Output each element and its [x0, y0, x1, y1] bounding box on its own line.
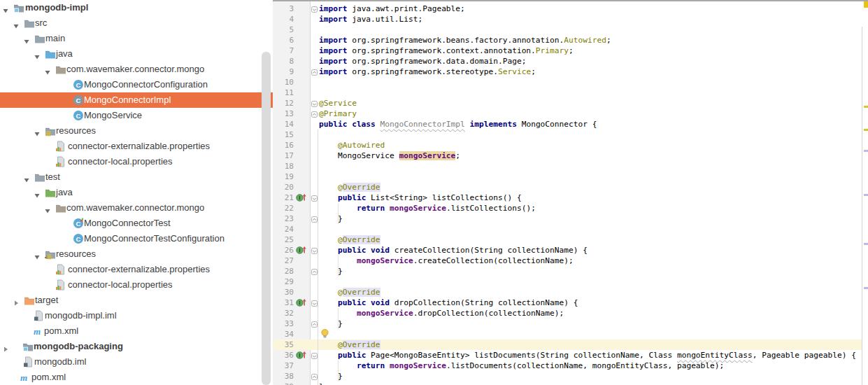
tree-item-mongoservice[interactable]: CMongoService [0, 108, 273, 123]
code-line-26[interactable]: 26 public void createCollection(String c… [273, 245, 862, 255]
expand-arrow-icon[interactable] [34, 50, 41, 57]
expand-arrow-icon[interactable] [23, 35, 30, 42]
code-line-30[interactable]: 30 @Override [273, 287, 862, 298]
collapse-arrow-icon[interactable] [2, 343, 9, 350]
code-line-23[interactable]: 23 } [273, 214, 862, 224]
code-line-29[interactable]: 29 [273, 276, 862, 287]
code-line-19[interactable]: 19 [273, 172, 862, 182]
tree-item-mongoconnectorimpl[interactable]: CMongoConnectorImpl [0, 92, 273, 108]
stripe-warning-mark[interactable] [864, 129, 868, 131]
stripe-usage-mark[interactable] [864, 287, 868, 289]
tree-item-mongodb-impl-iml[interactable]: mongodb-impl.iml [0, 308, 273, 323]
expand-arrow-icon[interactable] [44, 204, 51, 211]
code-line-39[interactable]: 39} [273, 382, 862, 385]
code-line-33[interactable]: 33 } [273, 318, 862, 329]
tree-item-mongoconnectortestconfiguration[interactable]: CMongoConnectorTestConfiguration [0, 231, 273, 246]
stripe-usage-mark[interactable] [864, 243, 868, 245]
fold-start-marker-icon[interactable] [311, 352, 318, 358]
code-line-36[interactable]: 36 public Page<MongoBaseEntity> listDocu… [273, 350, 862, 360]
stripe-usage-mark[interactable] [864, 150, 868, 152]
code-line-24[interactable]: 24 [273, 224, 862, 234]
tree-item-com-wavemaker-connector-mongo[interactable]: com.wavemaker.connector.mongo [0, 200, 273, 216]
code-line-9[interactable]: 9import org.springframework.stereotype.S… [273, 66, 862, 77]
tree-item-connector-externalizable-properties[interactable]: connector-externalizable.properties [0, 262, 273, 277]
code-line-38[interactable]: 38 } [273, 371, 862, 382]
code-line-7[interactable]: 7import org.springframework.context.anno… [273, 46, 862, 56]
tree-item-mongodb-impl[interactable]: mongodb-impl [0, 0, 273, 15]
fold-end-marker-icon[interactable] [311, 216, 318, 222]
fold-start-marker-icon[interactable] [311, 6, 318, 12]
code-line-32[interactable]: 32 mongoService.dropCollection(collectio… [273, 308, 862, 318]
tree-item-connector-local-properties[interactable]: connector-local.properties [0, 154, 273, 169]
code-line-18[interactable]: 18 [273, 161, 862, 172]
tree-item-mongoconnectortest[interactable]: CMongoConnectorTest [0, 216, 273, 231]
tree-item-test[interactable]: test [0, 169, 273, 185]
tree-item-pom-xml[interactable]: mpom.xml [0, 323, 273, 339]
error-stripe[interactable] [862, 27, 868, 385]
expand-arrow-icon[interactable] [23, 174, 30, 181]
code-line-31[interactable]: 31 public void dropCollection(String col… [273, 298, 862, 308]
fold-start-marker-icon[interactable] [311, 247, 318, 253]
fold-end-marker-icon[interactable] [311, 268, 318, 274]
code-line-22[interactable]: 22 return mongoService.listCollections()… [273, 203, 862, 214]
tree-item-main[interactable]: main [0, 31, 273, 46]
code-line-16[interactable]: 16 @Autowired [273, 140, 862, 150]
tree-scrollbar[interactable] [262, 52, 271, 385]
implements-method-gutter-icon[interactable] [296, 298, 307, 307]
code-line-8[interactable]: 8import org.springframework.data.domain.… [273, 56, 862, 66]
tree-item-mongodb-iml[interactable]: mongodb.iml [0, 354, 273, 370]
code-line-13[interactable]: 13@Primary [273, 108, 862, 119]
code-line-27[interactable]: 27 mongoService.createCollection(collect… [273, 255, 862, 266]
code-line-3[interactable]: 3import java.awt.print.Pageable; [273, 4, 862, 14]
expand-arrow-icon[interactable] [13, 20, 20, 27]
code-line-28[interactable]: 28 } [273, 266, 862, 276]
code-line-25[interactable]: 25 @Override [273, 234, 862, 245]
code-line-6[interactable]: 6import org.springframework.beans.factor… [273, 35, 862, 46]
expand-arrow-icon[interactable] [2, 4, 9, 11]
code-line-37[interactable]: 37 return mongoService.listDocuments(col… [273, 360, 862, 371]
tree-item-mongoconnectorconfiguration[interactable]: CMongoConnectorConfiguration [0, 77, 273, 92]
code-line-10[interactable]: 10 [273, 77, 862, 88]
fold-start-marker-icon[interactable] [311, 195, 318, 201]
expand-arrow-icon[interactable] [44, 66, 51, 73]
code-line-17[interactable]: 17 MongoService mongoService; [273, 150, 862, 161]
implements-method-gutter-icon[interactable] [296, 246, 307, 255]
code-line-4[interactable]: 4import java.util.List; [273, 14, 862, 24]
tree-item-java[interactable]: java [0, 185, 273, 200]
code-line-15[interactable]: 15 [273, 130, 862, 140]
tree-item-src[interactable]: src [0, 15, 273, 31]
code-line-14[interactable]: 14public class MongoConnectorImpl implem… [273, 119, 862, 130]
fold-start-marker-icon[interactable] [311, 100, 318, 106]
inspections-indicator-icon[interactable] [864, 1, 868, 8]
tree-item-pom-xml[interactable]: mpom.xml [0, 370, 273, 385]
fold-end-marker-icon[interactable] [311, 321, 318, 327]
code-line-35[interactable]: 35 @Override [273, 340, 862, 350]
expand-arrow-icon[interactable] [34, 127, 41, 134]
tree-item-com-wavemaker-connector-mongo[interactable]: com.wavemaker.connector.mongo [0, 62, 273, 77]
fold-start-marker-icon[interactable] [311, 300, 318, 306]
collapse-arrow-icon[interactable] [13, 297, 20, 304]
code-line-11[interactable]: 11 [273, 88, 862, 98]
stripe-warning-mark[interactable] [864, 106, 868, 108]
expand-arrow-icon[interactable] [34, 251, 41, 258]
tree-item-java[interactable]: java [0, 46, 273, 62]
tree-item-resources[interactable]: resources [0, 246, 273, 262]
code-line-21[interactable]: 21 public List<String> listCollections()… [273, 192, 862, 203]
intention-bulb-icon[interactable] [320, 329, 329, 339]
tree-item-target[interactable]: target [0, 293, 273, 308]
implements-method-gutter-icon[interactable] [296, 351, 307, 360]
fold-end-marker-icon[interactable] [311, 111, 318, 117]
stripe-usage-mark[interactable] [864, 194, 868, 196]
implements-method-gutter-icon[interactable] [296, 193, 307, 202]
code-line-20[interactable]: 20 @Override [273, 182, 862, 192]
code-editor[interactable]: 3import java.awt.print.Pageable;4import … [273, 0, 868, 385]
fold-end-marker-icon[interactable] [311, 69, 318, 75]
code-line-12[interactable]: 12@Service [273, 98, 862, 108]
fold-end-marker-icon[interactable] [311, 373, 318, 379]
code-line-5[interactable]: 5 [273, 24, 862, 35]
tree-item-connector-externalizable-properties[interactable]: connector-externalizable.properties [0, 139, 273, 154]
tree-item-connector-local-properties[interactable]: connector-local.properties [0, 277, 273, 293]
tree-item-resources[interactable]: resources [0, 123, 273, 139]
expand-arrow-icon[interactable] [34, 189, 41, 196]
code-line-34[interactable]: 34 [273, 329, 862, 340]
